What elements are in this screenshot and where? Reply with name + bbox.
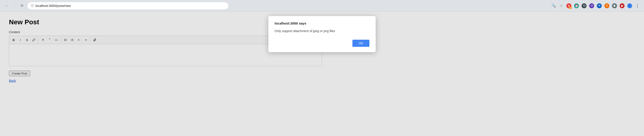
ext-location-btn[interactable]: ☉ xyxy=(604,3,610,9)
browser-actions: 🔍 ☆ B off ⏰ 🛡 🛡 ✕ ☉ 📋 ▶ 👤 xyxy=(550,3,640,9)
ext-timer-btn[interactable]: ⏰ xyxy=(573,3,580,9)
menu-btn[interactable]: ⋮ xyxy=(634,3,640,9)
ext-replay-icon: ▶ xyxy=(620,3,624,8)
ext-timer-icon: ⏰ xyxy=(574,3,579,8)
ext-brave-btn[interactable]: B off xyxy=(566,3,572,9)
ext-cross-btn[interactable]: ✕ xyxy=(596,3,602,9)
ext-clipboard-btn[interactable]: 📋 xyxy=(611,3,618,9)
ext-dark-btn[interactable]: 🛡 xyxy=(581,3,587,9)
page-content: New Post Content B I S T “ <> xyxy=(0,12,644,136)
forward-button[interactable]: → xyxy=(11,3,18,9)
lock-icon: ⓘ xyxy=(31,4,34,8)
dialog-message: Only support attachment of jpeg or png f… xyxy=(274,29,370,33)
address-bar[interactable]: ⓘ localhost:3000/posts/new xyxy=(27,2,228,9)
bookmark-icon-btn[interactable]: ☆ xyxy=(558,3,564,9)
dialog-title: localhost:3000 says xyxy=(274,21,370,25)
avatar-icon: 👤 xyxy=(627,3,632,8)
ext-shield-btn[interactable]: 🛡 xyxy=(588,3,595,9)
reload-button[interactable]: ⟳ xyxy=(19,3,25,9)
ext-replay-btn[interactable]: ▶ xyxy=(619,3,625,9)
dialog-actions: OK xyxy=(274,40,370,47)
avatar-btn[interactable]: 👤 xyxy=(626,3,633,9)
dialog-overlay: localhost:3000 says Only support attachm… xyxy=(0,12,644,136)
ext-dark-icon: 🛡 xyxy=(582,3,586,8)
nav-buttons: ← → ⟳ xyxy=(4,3,25,9)
dialog-box: localhost:3000 says Only support attachm… xyxy=(268,16,376,52)
ext-clipboard-icon: 📋 xyxy=(612,3,617,8)
browser-chrome: ← → ⟳ ⓘ localhost:3000/posts/new 🔍 ☆ B o… xyxy=(0,0,644,12)
off-badge: off xyxy=(569,7,572,9)
ext-location-icon: ☉ xyxy=(604,3,609,8)
search-icon-btn[interactable]: 🔍 xyxy=(550,3,557,9)
dialog-ok-button[interactable]: OK xyxy=(352,40,370,47)
menu-dots-icon: ⋮ xyxy=(635,3,640,8)
back-button[interactable]: ← xyxy=(4,3,10,9)
ext-shield-icon: 🛡 xyxy=(589,3,594,8)
ext-cross-icon: ✕ xyxy=(597,3,602,8)
url-text: localhost:3000/posts/new xyxy=(36,4,71,7)
